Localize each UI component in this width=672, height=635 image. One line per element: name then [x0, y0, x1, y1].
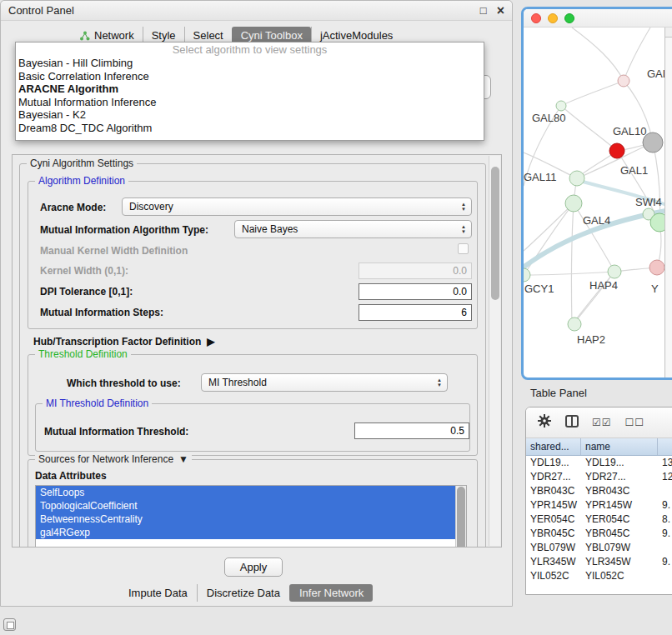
network-canvas[interactable]: GAL GAL80 GAL10 GAL11 GAL1 SWI4 GAL4 GCY… — [524, 28, 672, 378]
table-cell[interactable]: 9. — [658, 527, 672, 541]
settings-scrollpane: Cyni Algorithm Settings Algorithm Defini… — [12, 154, 502, 548]
manual-kernel-label: Manual Kernel Width Definition — [40, 245, 188, 257]
sources-group: Sources for Network Inference ▼ Data Att… — [28, 459, 478, 548]
table-cell[interactable]: YIL052C — [581, 569, 658, 583]
algorithm-option[interactable]: Basic Correlation Inference — [16, 70, 484, 83]
table-cell[interactable]: YDL19... — [581, 456, 658, 470]
close-icon[interactable]: × — [497, 5, 504, 16]
algorithm-option-selected[interactable]: ARACNE Algorithm — [16, 82, 484, 96]
data-attributes-label: Data Attributes — [35, 470, 107, 482]
list-item[interactable]: gal4RGexp — [36, 526, 455, 539]
cyni-mode-tabs: Impute Data Discretize Data Infer Networ… — [119, 584, 373, 602]
combo-value: Discovery — [129, 201, 173, 212]
table-cell[interactable]: YER054C — [526, 512, 581, 527]
network-node[interactable] — [556, 101, 566, 111]
table-panel-window: ☑☑ ☐☐ shared... name YDL19...YDL19...13 … — [525, 407, 672, 595]
table-row: YPR145WYPR145W9. — [526, 498, 672, 512]
aracne-mode-combo[interactable]: Discovery ▲▼ — [122, 198, 472, 216]
list-item[interactable]: BetweennessCentrality — [36, 512, 455, 526]
algorithm-option[interactable]: Dream8 DC_TDC Algorithm — [16, 122, 484, 135]
algorithm-option[interactable]: Bayesian - Hill Climbing — [16, 57, 484, 70]
table-cell[interactable]: 12 — [658, 470, 672, 484]
hub-definition-toggle[interactable]: Hub/Transcription Factor Definition ▶ — [33, 336, 215, 348]
table-cell[interactable]: YBR043C — [526, 484, 581, 498]
kernel-width-input[interactable] — [359, 262, 472, 279]
table-cell[interactable]: YBL079W — [526, 541, 581, 555]
table-cell[interactable]: YBR045C — [581, 527, 658, 541]
mi-type-combo[interactable]: Naive Bayes ▲▼ — [234, 220, 472, 238]
select-all-checks-icon[interactable]: ☑☑ — [592, 417, 612, 428]
algorithm-option[interactable]: Mutual Information Inference — [16, 96, 484, 109]
mi-steps-input[interactable] — [359, 304, 472, 321]
scrollbar-button[interactable] — [665, 28, 672, 38]
node-label: GAL10 — [613, 125, 646, 138]
tab-label: Select — [193, 29, 223, 42]
table-cell[interactable]: 9. — [658, 498, 672, 512]
dpi-tolerance-label: DPI Tolerance [0,1]: — [40, 286, 133, 298]
manual-kernel-checkbox[interactable] — [458, 243, 469, 254]
mi-steps-label: Mutual Information Steps: — [40, 307, 163, 318]
network-node-red[interactable] — [609, 143, 624, 158]
table-cell[interactable] — [658, 569, 672, 583]
table-cell[interactable] — [658, 541, 672, 555]
algorithm-option[interactable]: Bayesian - K2 — [16, 108, 484, 122]
node-label: GAL1 — [620, 164, 648, 177]
mi-threshold-input[interactable] — [354, 422, 469, 439]
tab-infer-network[interactable]: Infer Network — [289, 584, 373, 602]
table-cell[interactable]: YLR345W — [526, 555, 581, 569]
table-cell[interactable]: YIL052C — [526, 569, 581, 583]
minimize-traffic-light-icon[interactable] — [548, 13, 558, 23]
column-header[interactable]: shared... — [526, 438, 581, 455]
list-scrollbar[interactable] — [455, 486, 466, 548]
deselect-all-checks-icon[interactable]: ☐☐ — [625, 417, 645, 428]
column-header[interactable] — [658, 438, 672, 455]
which-threshold-combo[interactable]: MI Threshold ▲▼ — [201, 373, 448, 392]
algorithm-definition-group: Algorithm Definition Aracne Mode: Discov… — [28, 181, 478, 329]
table-cell[interactable]: YDL19... — [526, 456, 581, 470]
table-cell[interactable]: 13 — [658, 456, 672, 470]
table-cell[interactable] — [658, 484, 672, 498]
columns-icon[interactable] — [565, 415, 579, 431]
tab-impute-data[interactable]: Impute Data — [119, 584, 197, 602]
network-node[interactable] — [565, 195, 582, 212]
minimized-panel-icon[interactable] — [3, 618, 16, 631]
table-cell[interactable]: YER054C — [581, 512, 658, 527]
zoom-traffic-light-icon[interactable] — [564, 13, 574, 23]
network-node[interactable] — [524, 268, 530, 282]
network-node[interactable] — [568, 318, 581, 331]
table-cell[interactable]: YLR345W — [581, 555, 658, 569]
table-cell[interactable]: 8. — [658, 512, 672, 527]
scrollbar-thumb[interactable] — [491, 167, 499, 300]
tab-discretize-data[interactable]: Discretize Data — [197, 584, 289, 602]
table-cell[interactable]: 9. — [658, 555, 672, 569]
network-node[interactable] — [608, 265, 621, 278]
dpi-tolerance-input[interactable] — [359, 283, 472, 300]
gear-icon[interactable] — [537, 413, 552, 432]
network-node[interactable] — [569, 171, 584, 186]
table-cell[interactable]: YDR27... — [581, 470, 658, 484]
table-cell[interactable]: YBR043C — [581, 484, 658, 498]
table-cell[interactable]: YPR145W — [581, 498, 658, 512]
apply-button[interactable]: Apply — [224, 558, 283, 577]
group-title[interactable]: Sources for Network Inference ▼ — [35, 453, 192, 465]
mi-threshold-label: Mutual Information Threshold: — [44, 426, 188, 438]
network-node-pink[interactable] — [649, 260, 664, 275]
column-header[interactable]: name — [581, 438, 658, 455]
table-row: YBR043CYBR043C — [526, 484, 672, 498]
float-window-icon[interactable]: □ — [480, 4, 487, 17]
table-cell[interactable]: YPR145W — [526, 498, 581, 512]
close-traffic-light-icon[interactable] — [531, 13, 541, 23]
node-label: HAP2 — [577, 333, 605, 346]
network-node[interactable] — [618, 75, 629, 87]
list-item[interactable]: SelfLoops — [36, 486, 455, 499]
table-cell[interactable]: YDR27... — [526, 470, 581, 484]
list-item[interactable]: TopologicalCoefficient — [36, 499, 455, 512]
table-row: YDR27...YDR27...12 — [526, 470, 672, 484]
table-row: YBL079WYBL079W — [526, 541, 672, 555]
table-cell[interactable]: YBL079W — [581, 541, 658, 555]
kernel-width-label: Kernel Width (0,1): — [40, 265, 128, 277]
settings-scrollbar[interactable] — [489, 156, 500, 546]
network-scrollbar[interactable] — [664, 28, 672, 378]
table-cell[interactable]: YBR045C — [526, 527, 581, 541]
scrollbar-thumb[interactable] — [457, 487, 465, 548]
